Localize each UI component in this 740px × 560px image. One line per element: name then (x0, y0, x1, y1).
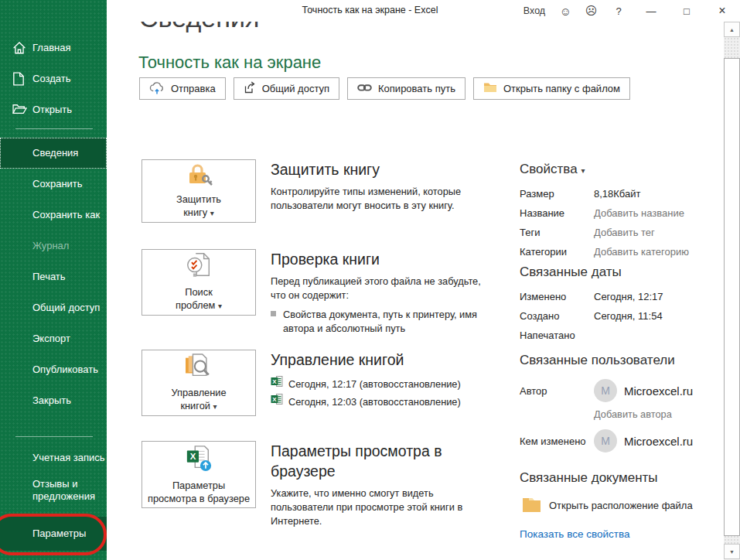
open-file-location-button[interactable]: Открыть расположение файла (522, 497, 701, 514)
cloud-upload-icon (149, 81, 165, 97)
vertical-scrollbar[interactable]: ▲ ▼ (724, 22, 740, 560)
version-label: Сегодня, 12:17 (автовосстановление) (288, 376, 461, 393)
home-icon (12, 41, 26, 55)
show-all-properties-link[interactable]: Показать все свойства (520, 528, 701, 540)
version-label: Сегодня, 12:03 (автовосстановление) (288, 394, 461, 411)
date-row: Создано Сегодня, 11:54 (520, 310, 701, 322)
browser-view-options-section: X Параметры просмотра в браузере Парамет… (142, 441, 486, 528)
sidebar-item-export[interactable]: Экспорт (0, 323, 107, 354)
autorecover-version-item[interactable]: X Сегодня, 12:03 (автовосстановление) (271, 393, 486, 411)
feedback-frown-icon[interactable]: ☹ (578, 0, 604, 22)
sidebar-item-history: Журнал (0, 230, 107, 261)
section-description: Укажите, что именно смогут видеть пользо… (271, 487, 486, 528)
sidebar-item-account[interactable]: Учетная запись (0, 442, 107, 473)
svg-text:X: X (272, 396, 277, 403)
sidebar-item-close-file[interactable]: Закрыть (0, 385, 107, 416)
author-row: Автор M Microexcel.ru (520, 379, 701, 402)
author-person[interactable]: M Microexcel.ru (594, 379, 693, 402)
sidebar-item-home[interactable]: Главная (0, 32, 107, 63)
related-people-section: Связанные пользователи Автор M Microexce… (520, 353, 701, 459)
autorecover-version-item[interactable]: X Сегодня, 12:17 (автовосстановление) (271, 375, 486, 393)
excel-backstage-window: Сведения Точность как на экране - Excel … (0, 0, 740, 560)
property-row: Категории Добавить категорию (520, 246, 701, 258)
related-documents-section: Связанные документы Открыть расположение… (520, 470, 701, 540)
big-button-label: Защитить книгу ▾ (176, 193, 221, 220)
dropdown-caret-icon: ▾ (210, 209, 214, 217)
date-value: Сегодня, 12:17 (594, 291, 663, 302)
protect-workbook-section: Защитить книгу ▾ Защитить книгу Контроли… (142, 159, 486, 223)
sidebar-item-label: Параметры (32, 528, 86, 540)
sidebar-item-info[interactable]: Сведения (0, 138, 107, 169)
sign-in-button[interactable]: Вход (516, 0, 553, 22)
scroll-up-arrow[interactable]: ▲ (724, 22, 740, 37)
property-label: Название (520, 207, 594, 219)
sidebar-item-label: Главная (32, 42, 70, 54)
property-row: Название Добавить название (520, 207, 701, 219)
minimize-button[interactable]: — (633, 0, 669, 22)
sidebar-item-open[interactable]: Открыть (0, 94, 107, 125)
sidebar-item-save-as[interactable]: Сохранить как (0, 200, 107, 230)
upload-button[interactable]: Отправка (139, 77, 226, 100)
open-location-label: Открыть расположение файла (549, 500, 693, 511)
sidebar-item-options[interactable]: Параметры (0, 517, 107, 551)
lock-key-icon (185, 162, 213, 190)
versions-search-icon (184, 353, 213, 383)
property-value-placeholder[interactable]: Добавить название (594, 207, 684, 219)
sidebar-item-label: Сохранить как (32, 209, 100, 221)
date-row: Напечатано (520, 330, 701, 341)
property-value: 8,18Кбайт (594, 188, 640, 200)
property-label: Размер (520, 188, 594, 200)
date-label: Напечатано (520, 330, 594, 341)
date-label: Создано (520, 310, 594, 322)
help-icon[interactable]: ? (604, 0, 633, 22)
close-button[interactable]: × (704, 0, 740, 22)
action-button-row: Отправка Общий доступ Копировать путь (139, 77, 630, 100)
property-row: Теги Добавить тег (520, 227, 701, 238)
copy-path-button[interactable]: Копировать путь (347, 77, 465, 100)
excel-file-icon: X (271, 393, 283, 411)
sidebar-item-label: Общий доступ (32, 302, 100, 314)
sidebar-item-feedback[interactable]: Отзывы и предложения (0, 470, 107, 510)
scrollbar-thumb[interactable] (724, 58, 740, 536)
related-documents-heading: Связанные документы (520, 470, 701, 486)
dropdown-caret-icon: ▾ (218, 302, 222, 310)
sidebar-item-share[interactable]: Общий доступ (0, 292, 107, 323)
protect-workbook-button[interactable]: Защитить книгу ▾ (142, 159, 256, 223)
sidebar-item-print[interactable]: Печать (0, 261, 107, 292)
big-button-label: Параметры просмотра в браузере (148, 479, 250, 505)
window-controls: Вход ☺ ☹ ? — □ × (516, 0, 740, 22)
sidebar-item-save[interactable]: Сохранить (0, 169, 107, 200)
svg-text:X: X (272, 378, 277, 385)
properties-heading[interactable]: Свойства ▾ (520, 162, 701, 177)
open-file-folder-button[interactable]: Открыть папку с файлом (473, 77, 630, 100)
property-label: Категории (520, 246, 594, 258)
manage-workbook-section: Управление книгой ▾ Управление книгой X … (142, 350, 486, 416)
date-value: Сегодня, 11:54 (594, 310, 663, 322)
sidebar-item-label: Создать (32, 73, 70, 85)
sidebar-item-publish[interactable]: Опубликовать (0, 354, 107, 385)
related-people-heading: Связанные пользователи (520, 353, 701, 368)
check-for-issues-button[interactable]: Поиск проблем ▾ (142, 249, 256, 316)
sidebar-item-label: Сохранить (32, 178, 83, 190)
folder-icon (483, 82, 497, 95)
browser-view-options-text: Параметры просмотра в браузере Укажите, … (271, 441, 486, 528)
manage-workbook-button[interactable]: Управление книгой ▾ (142, 350, 256, 416)
maximize-button[interactable]: □ (669, 0, 704, 22)
browser-view-options-button[interactable]: X Параметры просмотра в браузере (142, 441, 256, 508)
sidebar-item-new[interactable]: Создать (0, 63, 107, 94)
big-button-label: Поиск проблем ▾ (176, 285, 222, 312)
new-document-icon (12, 72, 26, 86)
action-label: Копировать путь (378, 83, 455, 94)
property-value-placeholder[interactable]: Добавить тег (594, 227, 655, 238)
share-button[interactable]: Общий доступ (234, 77, 339, 100)
sidebar-item-label: Сведения (32, 147, 78, 159)
scroll-down-arrow[interactable]: ▼ (724, 544, 740, 559)
avatar: M (594, 429, 617, 452)
add-author-placeholder[interactable]: Добавить автора (594, 408, 701, 420)
related-dates-heading: Связанные даты (520, 265, 701, 280)
properties-section: Свойства ▾ Размер 8,18Кбайт Название Доб… (520, 162, 701, 265)
feedback-smile-icon[interactable]: ☺ (553, 0, 578, 22)
property-value-placeholder[interactable]: Добавить категорию (594, 246, 689, 258)
section-heading: Проверка книги (271, 249, 486, 269)
modified-by-person[interactable]: M Microexcel.ru (594, 429, 693, 452)
